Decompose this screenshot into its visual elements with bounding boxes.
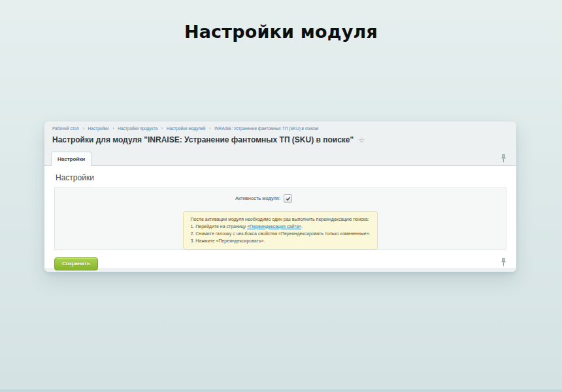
activity-checkbox[interactable] [284,194,292,203]
tab-bar: Настройки [44,150,516,166]
settings-panel: Настройки Активность модуля: После актив… [44,166,516,268]
module-page-title: Настройки для модуля "INRAISE: Устранени… [52,135,354,144]
breadcrumb-item-desktop[interactable]: Рабочий стол [52,126,79,131]
checkmark-icon [286,196,291,201]
reindex-site-link[interactable]: «Переиндексация сайта» [247,224,301,229]
note-step-1-text: 1. Перейдите на страницу [190,224,247,229]
pin-icon-top[interactable] [501,154,506,163]
note-intro: После активации модуля необходимо один р… [190,216,370,223]
module-settings-window: Рабочий стол › Настройки › Настройки про… [44,122,516,272]
breadcrumb-separator: › [83,126,84,131]
note-step-1-suffix: . [301,224,303,229]
card-header: Рабочий стол › Настройки › Настройки про… [44,122,516,166]
bottom-edge-strip [0,389,562,392]
activity-field-row: Активность модуля: [55,194,506,203]
reindex-note: После активации модуля необходимо один р… [183,211,377,250]
tab-settings[interactable]: Настройки [51,152,91,166]
breadcrumb-separator: › [161,126,163,131]
section-title: Настройки [56,173,507,182]
page-title: Настройки модуля [0,22,562,42]
note-step-1: 1. Перейдите на страницу «Переиндексация… [190,223,370,231]
settings-fieldset: Активность модуля: После активации модул… [54,188,506,250]
module-title-row: Настройки для модуля "INRAISE: Устранени… [52,135,508,144]
breadcrumb-item-settings[interactable]: Настройки [88,126,109,131]
breadcrumb-item-current: INRAISE: Устранение фантомных ТП (SKU) в… [214,126,318,131]
breadcrumb-separator: › [209,126,210,131]
pin-icon-bottom[interactable] [501,258,506,267]
breadcrumb: Рабочий стол › Настройки › Настройки про… [52,126,508,131]
save-button[interactable]: Сохранить [54,257,98,270]
activity-label: Активность модуля: [55,195,282,201]
breadcrumb-item-product-settings[interactable]: Настройки продукта [118,126,157,131]
breadcrumb-separator: › [112,126,114,131]
page-background: { "header": { "title": "Настройки модуля… [0,0,562,392]
buttons-row: Сохранить [54,250,507,270]
breadcrumb-item-module-settings[interactable]: Настройки модулей [167,126,206,131]
note-step-3: 3. Нажмите «Переиндексировать». [190,238,370,245]
note-step-2: 2. Снимите галочку с чек-бокса свойства … [190,231,370,238]
favorite-star-icon[interactable]: ☆ [358,137,365,144]
